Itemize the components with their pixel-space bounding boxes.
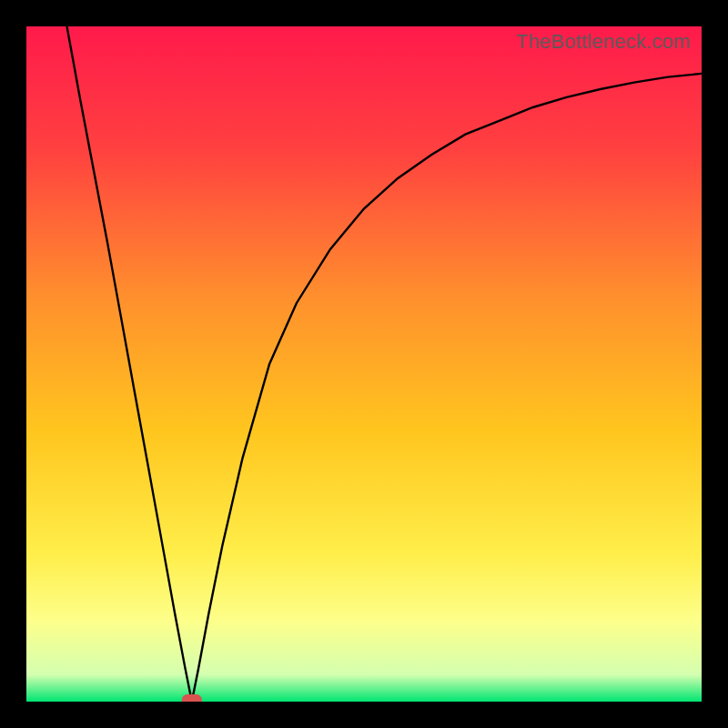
minimum-marker (182, 694, 202, 702)
chart-svg (26, 26, 702, 702)
watermark-text: TheBottleneck.com (516, 30, 691, 54)
chart-frame: TheBottleneck.com (0, 0, 728, 728)
plot-area: TheBottleneck.com (26, 26, 702, 702)
gradient-background (26, 26, 702, 702)
